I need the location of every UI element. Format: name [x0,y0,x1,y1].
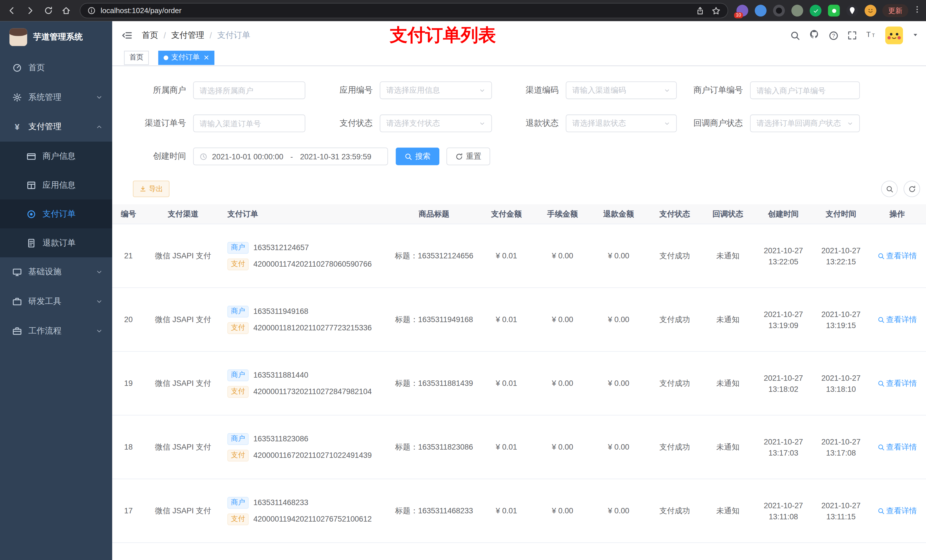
sidebar-item-pay-order[interactable]: 支付订单 [0,199,112,228]
channel-order-no-input[interactable] [193,115,305,132]
github-icon[interactable] [809,29,820,42]
sidebar-toggle-icon[interactable] [122,30,132,41]
extension-icon-2[interactable] [755,5,767,17]
sidebar-item-infrastructure[interactable]: 基础设施 [0,257,112,287]
extension-icon-1[interactable]: 10 [736,5,748,17]
grid-icon [26,180,36,190]
font-size-icon[interactable]: TT [865,30,876,41]
browser-menu-icon[interactable] [913,5,921,16]
briefcase-icon [12,326,22,336]
breadcrumb-home[interactable]: 首页 [142,30,158,41]
sidebar-item-label: 首页 [29,63,45,73]
view-detail-link[interactable]: 查看详情 [877,251,917,261]
pay-tag: 支付 [227,449,248,461]
svg-text:T: T [867,30,871,38]
reset-button[interactable]: 重置 [446,148,490,165]
merchant-tag: 商户 [227,433,248,444]
chevron-down-icon [96,328,103,335]
fullscreen-icon[interactable] [847,31,857,40]
forward-button[interactable] [23,3,37,18]
pay-order-table: 编号 支付渠道 支付订单 商品标题 支付金额 手续金额 退款金额 支付状态 回调… [112,204,926,560]
merchant-tag: 商户 [227,369,248,381]
sidebar-item-label: 应用信息 [42,180,76,190]
back-button[interactable] [5,3,19,18]
bookmark-star-icon[interactable] [711,6,720,15]
sidebar-item-payment[interactable]: ¥ 支付管理 [0,112,112,142]
view-detail-link[interactable]: 查看详情 [877,314,917,325]
merchant-tag: 商户 [227,242,248,253]
clock-icon [200,152,207,160]
sidebar-item-dev-tools[interactable]: 研发工具 [0,287,112,316]
extension-icon-4[interactable] [791,5,803,17]
sidebar-item-label: 工作流程 [29,326,62,337]
sidebar-item-label: 商户信息 [42,151,76,162]
tag-pay-order[interactable]: 支付订单 [158,50,215,65]
site-info-icon[interactable] [88,6,96,15]
sidebar-item-home[interactable]: 首页 [0,53,112,83]
sidebar-item-workflow[interactable]: 工作流程 [0,316,112,346]
pay-status-select[interactable]: 请选择支付状态 [380,115,492,132]
extension-icon-7[interactable] [846,5,858,17]
sidebar-item-app-info[interactable]: 应用信息 [0,171,112,199]
extension-icon-5[interactable] [810,5,822,17]
table-row: 商户1635311151736 支付 [112,543,926,560]
app-title: 芋道管理系统 [33,32,83,42]
breadcrumb-payment[interactable]: 支付管理 [171,30,204,41]
app-no-label: 应用编号 [305,85,380,96]
reload-button[interactable] [41,3,55,18]
yen-icon: ¥ [12,122,22,131]
channel-code-select[interactable]: 请输入渠道编码 [566,82,677,99]
navbar-actions: ? TT [790,21,926,50]
sidebar-item-refund-order[interactable]: 退款订单 [0,228,112,258]
url-text: localhost:1024/pay/order [100,6,182,15]
create-time-range-picker[interactable]: 2021-10-01 00:00:00 - 2021-10-31 23:59:5… [193,148,388,165]
table-row: 17 微信 JSAPI 支付 商户1635311468233 支付4200001… [112,479,926,543]
sidebar-item-merchant-info[interactable]: 商户信息 [0,142,112,171]
sidebar-item-label: 研发工具 [29,296,62,307]
extension-icon-6[interactable] [828,5,840,17]
channel-order-no-label: 渠道订单号 [133,118,193,128]
app-no-select[interactable]: 请选择应用信息 [380,82,492,99]
user-avatar[interactable] [885,26,903,44]
extensions-area: 10 [736,5,876,17]
export-button[interactable]: 导出 [133,181,170,197]
table-row: 19 微信 JSAPI 支付 商户1635311881440 支付4200001… [112,352,926,415]
merchant-order-no-input[interactable] [750,82,860,99]
chevron-down-icon [96,269,103,276]
extension-icon-3[interactable] [773,5,785,17]
date-start: 2021-10-01 00:00:00 [212,152,283,161]
sidebar-item-label: 基础设施 [29,267,62,277]
extension-icon-8[interactable] [864,5,876,17]
url-bar[interactable]: localhost:1024/pay/order [80,3,728,18]
pay-tag: 支付 [227,386,248,397]
refresh-button[interactable] [903,181,920,197]
payment-submenu: 商户信息 应用信息 支付订单 退款订单 [0,142,112,258]
date-end: 2021-10-31 23:59:59 [300,152,371,161]
home-button[interactable] [59,3,73,18]
app-logo-row: 芋道管理系统 [0,21,112,53]
merchant-input[interactable] [193,82,305,99]
view-detail-link[interactable]: 查看详情 [877,378,917,388]
table-toolbar: 导出 [112,181,926,197]
share-icon[interactable] [696,6,705,15]
view-detail-link[interactable]: 查看详情 [877,442,917,452]
tag-home[interactable]: 首页 [124,50,149,65]
browser-update-button[interactable]: 更新 [882,4,908,17]
search-button[interactable]: 搜索 [396,148,439,165]
briefcase-icon [12,297,22,306]
chevron-up-icon [96,123,103,130]
view-detail-link[interactable]: 查看详情 [877,506,917,516]
help-icon[interactable]: ? [829,30,838,41]
toggle-search-button[interactable] [881,181,897,197]
close-icon[interactable] [204,55,209,60]
search-icon[interactable] [790,30,800,41]
callback-status-select[interactable]: 请选择订单回调商户状态 [750,115,860,132]
chevron-down-icon [847,120,853,127]
user-menu-caret-icon[interactable] [912,30,919,41]
pay-tag: 支付 [227,258,248,270]
sidebar-item-system[interactable]: 系统管理 [0,83,112,112]
chevron-down-icon [479,87,486,94]
app: 芋道管理系统 首页 系统管理 ¥ 支付管理 商户信息 [0,21,926,560]
refund-status-select[interactable]: 请选择退款状态 [566,115,677,132]
table-row: 21 微信 JSAPI 支付 商户1635312124657 支付4200001… [112,224,926,288]
